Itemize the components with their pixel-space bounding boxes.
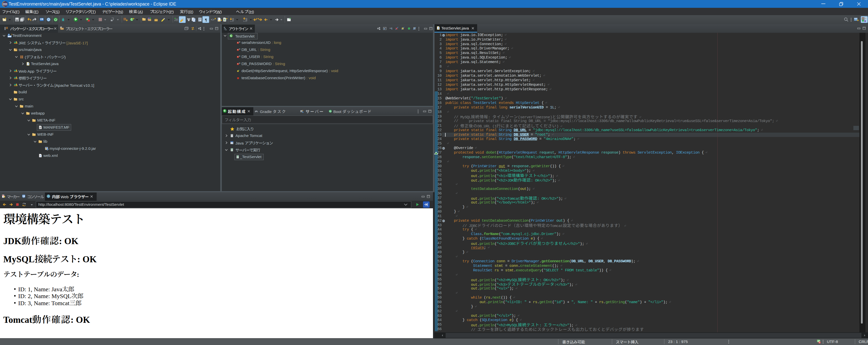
svg-text:¶: ¶ [205, 18, 207, 22]
svg-text:C: C [230, 35, 232, 37]
svg-text:<>: <> [211, 18, 215, 22]
svg-text:SF: SF [239, 55, 241, 57]
svg-text:x: x [40, 155, 41, 157]
svg-text:S: S [224, 19, 225, 21]
svg-text:C: C [131, 18, 133, 21]
svg-text:SF: SF [239, 62, 241, 64]
svg-text:SF: SF [239, 41, 241, 43]
svg-text:SF: SF [239, 48, 241, 50]
svg-text:J: J [865, 17, 867, 20]
svg-text:J: J [27, 63, 29, 65]
svg-text:J: J [11, 34, 12, 36]
svg-text:J: J [438, 27, 439, 30]
